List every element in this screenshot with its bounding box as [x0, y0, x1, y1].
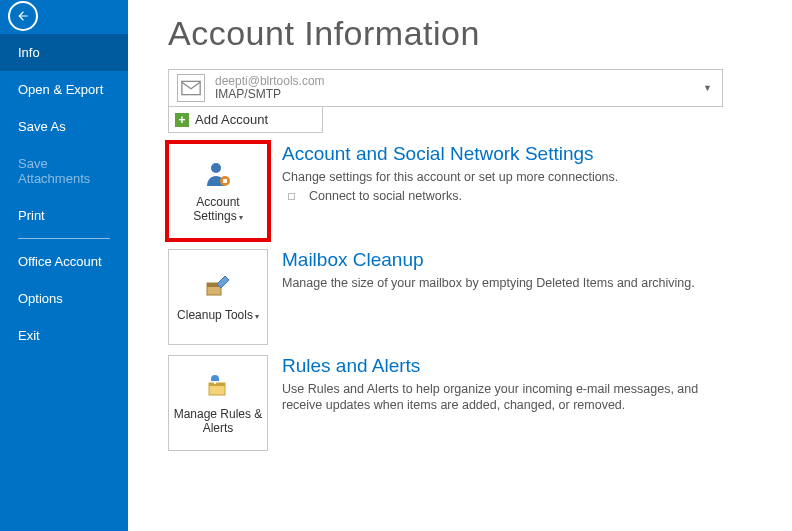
account-selector[interactable]: deepti@blrtools.com IMAP/SMTP ▼ — [168, 69, 723, 107]
svg-point-1 — [211, 163, 221, 173]
connect-social-row[interactable]: Connect to social networks. — [282, 189, 618, 203]
section-desc-account: Change settings for this account or set … — [282, 169, 618, 185]
page-title: Account Information — [168, 14, 768, 53]
section-mailbox-cleanup: Cleanup Tools▾ Mailbox Cleanup Manage th… — [168, 249, 768, 345]
section-account-settings: Account Settings▾ Account and Social Net… — [168, 143, 768, 239]
main-panel: Account Information deepti@blrtools.com … — [128, 0, 792, 531]
nav-options[interactable]: Options — [0, 280, 128, 317]
back-button[interactable] — [0, 0, 128, 34]
bullet-square-icon — [288, 193, 295, 200]
svg-rect-7 — [209, 383, 225, 386]
manage-rules-tile-label: Manage Rules & Alerts — [173, 407, 263, 436]
nav-save-as[interactable]: Save As — [0, 108, 128, 145]
section-title-rules: Rules and Alerts — [282, 355, 712, 377]
account-protocol: IMAP/SMTP — [215, 88, 325, 101]
section-rules-alerts: Manage Rules & Alerts Rules and Alerts U… — [168, 355, 768, 451]
nav-exit[interactable]: Exit — [0, 317, 128, 354]
svg-rect-3 — [223, 179, 227, 183]
section-desc-cleanup: Manage the size of your mailbox by empty… — [282, 275, 695, 291]
back-arrow-icon — [8, 1, 38, 31]
account-envelope-icon — [177, 74, 205, 102]
nav-info[interactable]: Info — [0, 34, 128, 71]
account-settings-tile[interactable]: Account Settings▾ — [168, 143, 268, 239]
account-settings-icon — [201, 159, 235, 189]
rules-alerts-icon — [201, 371, 235, 401]
chevron-down-icon: ▾ — [255, 312, 259, 321]
section-title-cleanup: Mailbox Cleanup — [282, 249, 695, 271]
nav-separator — [18, 238, 110, 239]
nav-save-attachments: Save Attachments — [0, 145, 128, 197]
cleanup-tools-tile[interactable]: Cleanup Tools▾ — [168, 249, 268, 345]
chevron-down-icon: ▾ — [239, 213, 243, 222]
svg-point-8 — [214, 381, 216, 383]
plus-icon: + — [175, 113, 189, 127]
add-account-label: Add Account — [195, 112, 268, 127]
nav-office-account[interactable]: Office Account — [0, 243, 128, 280]
svg-rect-0 — [182, 81, 200, 94]
dropdown-caret-icon: ▼ — [703, 83, 712, 93]
section-title-account: Account and Social Network Settings — [282, 143, 618, 165]
cleanup-tools-icon — [201, 272, 235, 302]
cleanup-tools-tile-label: Cleanup Tools▾ — [177, 308, 259, 322]
manage-rules-tile[interactable]: Manage Rules & Alerts — [168, 355, 268, 451]
section-desc-rules: Use Rules and Alerts to help organize yo… — [282, 381, 712, 414]
add-account-button[interactable]: + Add Account — [168, 107, 323, 133]
account-settings-tile-label: Account Settings▾ — [173, 195, 263, 224]
nav-open-export[interactable]: Open & Export — [0, 71, 128, 108]
connect-social-label: Connect to social networks. — [309, 189, 462, 203]
backstage-sidebar: Info Open & Export Save As Save Attachme… — [0, 0, 128, 531]
nav-print[interactable]: Print — [0, 197, 128, 234]
